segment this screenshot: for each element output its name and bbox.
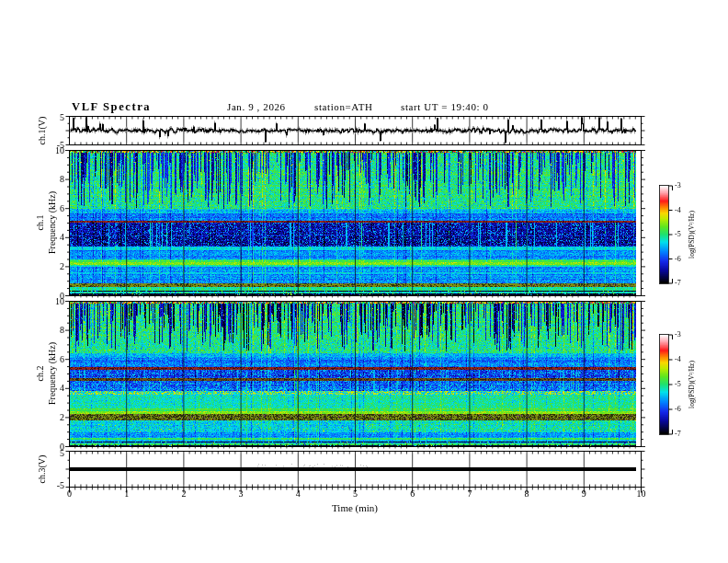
vlf-spectra-figure: VLF Spectra Jan. 9 , 2026 station=ATH st… <box>0 0 728 563</box>
plot-canvas <box>0 0 728 563</box>
